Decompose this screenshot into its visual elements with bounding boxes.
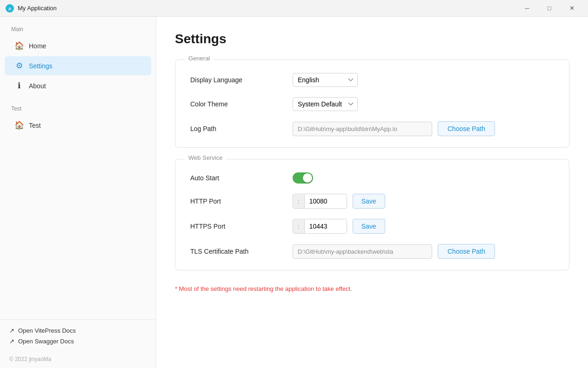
webservice-section: Web Service Auto Start HTTP Port (175, 159, 569, 270)
app-icon: A (6, 4, 14, 13)
log-path-label: Log Path (190, 125, 283, 132)
color-theme-label: Color Theme (190, 100, 283, 108)
main-content: Settings General Display Language Englis… (156, 17, 588, 368)
tls-cert-label: TLS Certificate Path (190, 248, 283, 255)
page-title: Settings (175, 32, 569, 46)
general-section-header: General (185, 55, 214, 62)
sidebar: Main 🏠 Home ⚙ Settings ℹ About Test 🏠 Te… (0, 17, 156, 368)
auto-start-label: Auto Start (190, 174, 283, 182)
sidebar-item-home[interactable]: 🏠 Home (5, 36, 151, 55)
external-link-icon-1: ↗ (9, 327, 14, 334)
https-port-control: : Save (293, 219, 554, 234)
log-path-input[interactable] (293, 122, 432, 136)
sidebar-section-label-main: Main (0, 17, 156, 35)
log-path-control: Choose Path (293, 121, 554, 136)
display-language-label: Display Language (190, 76, 283, 84)
https-port-prefix: : (293, 220, 305, 233)
swagger-docs-link[interactable]: ↗ Open Swagger Docs (9, 338, 147, 345)
sidebar-item-about[interactable]: ℹ About (5, 76, 151, 95)
display-language-row: Display Language English Chinese Japanes… (190, 73, 554, 87)
home-icon: 🏠 (14, 41, 24, 51)
auto-start-control (293, 172, 554, 184)
sidebar-footer: ↗ Open VitePress Docs ↗ Open Swagger Doc… (0, 319, 156, 352)
sidebar-section-main: Main 🏠 Home ⚙ Settings ℹ About (0, 17, 156, 96)
copyright: © 2022 jinyaoMa (0, 352, 156, 368)
sidebar-item-test[interactable]: 🏠 Test (5, 116, 151, 135)
sidebar-section-label-test: Test (0, 96, 156, 115)
https-port-save-button[interactable]: Save (353, 219, 385, 234)
tls-choose-path-button[interactable]: Choose Path (438, 244, 495, 259)
general-section: General Display Language English Chinese… (175, 59, 569, 148)
http-port-control: : Save (293, 194, 554, 209)
sidebar-item-label-settings: Settings (29, 62, 53, 70)
vitepress-docs-link[interactable]: ↗ Open VitePress Docs (9, 327, 147, 334)
log-choose-path-button[interactable]: Choose Path (438, 121, 495, 136)
sidebar-item-label-about: About (29, 82, 46, 90)
display-language-select[interactable]: English Chinese Japanese (293, 73, 358, 87)
https-port-input[interactable] (305, 219, 347, 233)
toggle-knob (303, 173, 312, 183)
svg-text:A: A (8, 7, 12, 11)
http-port-label: HTTP Port (190, 197, 283, 205)
swagger-docs-label: Open Swagger Docs (18, 338, 74, 345)
info-icon: ℹ (14, 81, 24, 91)
webservice-section-header: Web Service (185, 154, 226, 161)
webservice-section-body: Auto Start HTTP Port : (175, 159, 569, 270)
http-port-group: : (293, 194, 347, 209)
minimize-button[interactable]: ─ (516, 0, 538, 17)
app-title: My Application (18, 5, 516, 12)
window-controls: ─ □ ✕ (516, 0, 582, 17)
log-path-row: Log Path Choose Path (190, 121, 554, 136)
color-theme-control: System Default Light Dark (293, 97, 554, 111)
test-home-icon: 🏠 (14, 120, 24, 130)
tls-cert-row: TLS Certificate Path Choose Path (190, 244, 554, 259)
http-port-row: HTTP Port : Save (190, 194, 554, 209)
https-port-row: HTTPS Port : Save (190, 219, 554, 234)
color-theme-row: Color Theme System Default Light Dark (190, 97, 554, 111)
http-port-input[interactable] (305, 194, 347, 208)
sidebar-item-label-test: Test (29, 122, 41, 129)
settings-note: * Most of the settings need restarting t… (175, 282, 569, 294)
auto-start-toggle[interactable] (293, 172, 313, 184)
gear-icon: ⚙ (14, 61, 24, 71)
vitepress-docs-label: Open VitePress Docs (18, 327, 76, 334)
app-layout: Main 🏠 Home ⚙ Settings ℹ About Test 🏠 Te… (0, 17, 588, 368)
general-section-body: Display Language English Chinese Japanes… (175, 60, 569, 147)
sidebar-item-settings[interactable]: ⚙ Settings (5, 56, 151, 75)
https-port-group: : (293, 219, 347, 234)
external-link-icon-2: ↗ (9, 338, 14, 345)
close-button[interactable]: ✕ (561, 0, 582, 17)
http-port-save-button[interactable]: Save (353, 194, 385, 209)
maximize-button[interactable]: □ (539, 0, 560, 17)
color-theme-select[interactable]: System Default Light Dark (293, 97, 358, 111)
tls-cert-control: Choose Path (293, 244, 554, 259)
titlebar: A My Application ─ □ ✕ (0, 0, 588, 17)
sidebar-section-test: Test 🏠 Test (0, 96, 156, 136)
auto-start-row: Auto Start (190, 172, 554, 184)
display-language-control: English Chinese Japanese (293, 73, 554, 87)
sidebar-item-label-home: Home (29, 42, 46, 50)
https-port-label: HTTPS Port (190, 223, 283, 230)
tls-cert-input[interactable] (293, 244, 432, 259)
http-port-prefix: : (293, 195, 305, 208)
